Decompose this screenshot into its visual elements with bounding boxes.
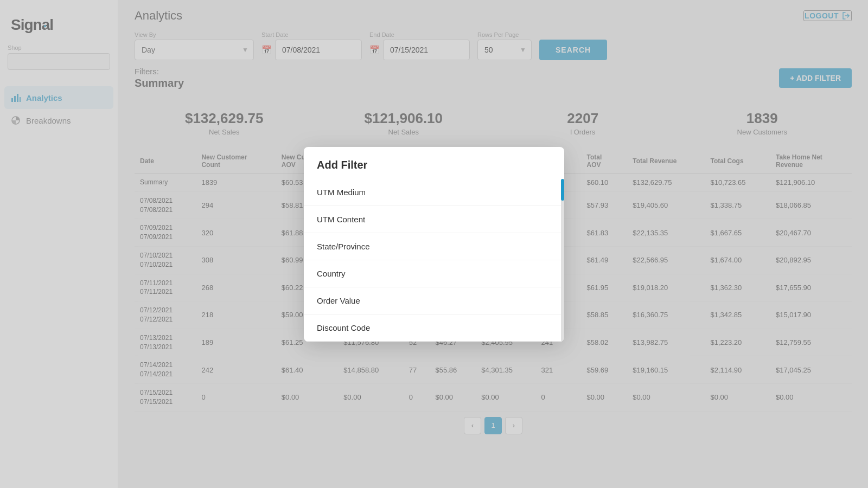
modal-scrollbar	[561, 179, 564, 342]
modal-item-state-province[interactable]: State/Province	[304, 233, 564, 260]
modal-scrollbar-thumb	[561, 179, 564, 201]
modal-title: Add Filter	[304, 147, 564, 179]
modal-item-country[interactable]: Country	[304, 260, 564, 287]
modal-list: UTM MediumUTM ContentState/ProvinceCount…	[304, 179, 564, 342]
modal-overlay: Add Filter UTM MediumUTM ContentState/Pr…	[0, 0, 868, 488]
modal-item-order-value[interactable]: Order Value	[304, 287, 564, 314]
add-filter-modal: Add Filter UTM MediumUTM ContentState/Pr…	[304, 147, 564, 342]
modal-item-utm-medium[interactable]: UTM Medium	[304, 179, 564, 206]
modal-item-discount-code[interactable]: Discount Code	[304, 314, 564, 342]
modal-item-utm-content[interactable]: UTM Content	[304, 206, 564, 233]
